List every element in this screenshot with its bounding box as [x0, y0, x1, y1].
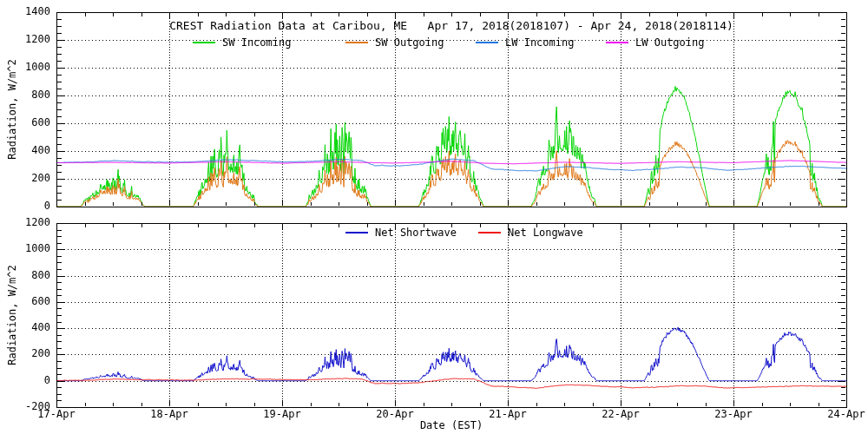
legend-item-sw-incoming: SW Incoming [193, 37, 291, 48]
chart-title: CREST Radiation Data at Caribou, ME Apr … [56, 20, 846, 31]
x-tick-label: 17-Apr [30, 409, 82, 419]
legend-line-sw-outgoing [345, 42, 368, 43]
legend-item-lw-outgoing: LW Outgoing [606, 37, 704, 48]
y-tick-label: 400 [0, 322, 50, 332]
y-tick-label: 0 [0, 201, 50, 211]
plot-canvas [0, 0, 868, 434]
y-tick-label: 1200 [0, 217, 50, 227]
legend-label-net-longwave: Net Longwave [508, 227, 583, 239]
legend-label-sw-incoming: SW Incoming [222, 36, 291, 49]
x-tick-label: 21-Apr [482, 409, 534, 419]
y-tick-label: 800 [0, 270, 50, 280]
y-tick-label: 1200 [0, 34, 50, 44]
x-tick-label: 23-Apr [707, 409, 760, 419]
x-tick-label: 18-Apr [143, 409, 195, 419]
y-tick-label: 600 [0, 296, 50, 306]
x-axis-label: Date (EST) [56, 420, 846, 431]
y-tick-label: 200 [0, 348, 50, 358]
legend-line-net-longwave [478, 232, 501, 233]
legend-line-net-shortwave [345, 232, 368, 233]
y-tick-label: 200 [0, 173, 50, 183]
y-tick-label: 1000 [0, 62, 50, 72]
legend-line-sw-incoming [193, 42, 215, 43]
legend-label-lw-outgoing: LW Outgoing [635, 36, 704, 49]
legend-item-sw-outgoing: SW Outgoing [345, 37, 444, 48]
legend-line-lw-outgoing [606, 42, 628, 43]
x-tick-label: 20-Apr [369, 409, 421, 419]
x-tick-label: 19-Apr [256, 409, 308, 419]
y-tick-label: 1400 [0, 6, 50, 16]
legend-label-sw-outgoing: SW Outgoing [375, 36, 444, 49]
legend-item-net-longwave: Net Longwave [478, 227, 583, 238]
y-tick-label: 600 [0, 117, 50, 128]
x-tick-label: 22-Apr [595, 409, 647, 419]
legend-item-lw-incoming: LW Incoming [476, 37, 574, 48]
y-tick-label: 0 [0, 375, 50, 385]
y-tick-label: 800 [0, 89, 50, 100]
x-tick-label: 24-Apr [820, 409, 868, 419]
legend-line-lw-incoming [476, 42, 498, 43]
legend-item-net-shortwave: Net Shortwave [345, 227, 457, 238]
legend-label-net-shortwave: Net Shortwave [375, 227, 457, 239]
legend-label-lw-incoming: LW Incoming [505, 36, 574, 49]
y-tick-label: 1000 [0, 243, 50, 253]
y-tick-label: 400 [0, 145, 50, 155]
crest-radiation-figure: CREST Radiation Data at Caribou, ME Apr … [0, 0, 868, 434]
